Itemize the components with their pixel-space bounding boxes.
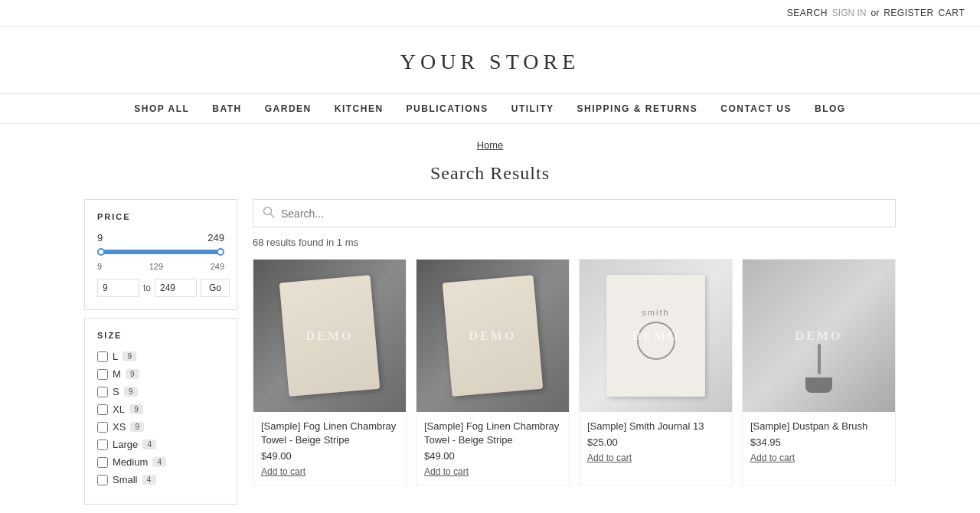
size-filter-item: Medium 4: [97, 456, 224, 468]
add-to-cart-button[interactable]: Add to cart: [587, 453, 632, 463]
product-card[interactable]: DEMO [Sample] Fog Linen Chambray Towel -…: [253, 259, 407, 485]
size-count-badge: 9: [129, 404, 143, 414]
size-filter-item: S 9: [97, 386, 224, 397]
price-slider[interactable]: [97, 250, 224, 254]
or-text: or: [871, 8, 880, 18]
price-slider-handle-right[interactable]: [217, 248, 224, 256]
size-checkbox-xs[interactable]: [97, 422, 108, 433]
size-filter-item: XS 9: [97, 421, 224, 433]
size-label: Medium: [113, 456, 148, 468]
separator1: SIGN IN: [832, 8, 867, 18]
price-to-label: to: [143, 283, 151, 293]
demo-watermark: DEMO: [306, 329, 354, 343]
price-sub-max: 249: [211, 262, 224, 271]
add-to-cart-button[interactable]: Add to cart: [261, 466, 305, 477]
price-slider-handle-left[interactable]: [97, 248, 105, 256]
size-checkbox-medium[interactable]: [97, 457, 108, 468]
size-label: L: [113, 351, 118, 362]
page-title: Search Results: [0, 157, 980, 199]
cart-link[interactable]: CART: [939, 8, 965, 18]
size-count-badge: 9: [130, 422, 144, 432]
product-image: DEMO: [416, 260, 569, 412]
size-checkbox-m[interactable]: [97, 369, 108, 380]
size-filter-item: Small 4: [97, 474, 224, 485]
price-max-input[interactable]: [155, 279, 197, 297]
price-sub-values: 9 129 249: [97, 262, 224, 271]
size-checkbox-xl[interactable]: [97, 404, 108, 415]
product-name: [Sample] Fog Linen Chambray Towel - Beig…: [261, 420, 398, 447]
nav-utility[interactable]: UTILITY: [511, 103, 554, 114]
add-to-cart-button[interactable]: Add to cart: [424, 466, 469, 477]
nav-blog[interactable]: BLOG: [815, 103, 846, 114]
product-image: smith DEMO: [580, 260, 732, 412]
product-card[interactable]: DEMO [Sample] Dustpan & Brush $34.95 Add…: [742, 259, 896, 485]
price-go-button[interactable]: Go: [201, 279, 230, 297]
nav-kitchen[interactable]: KITCHEN: [335, 103, 384, 114]
nav-contact[interactable]: CONTACT US: [720, 103, 792, 114]
product-card[interactable]: DEMO [Sample] Fog Linen Chambray Towel -…: [416, 259, 570, 485]
add-to-cart-button[interactable]: Add to cart: [750, 453, 795, 463]
demo-watermark: DEMO: [632, 329, 680, 343]
products-area: 68 results found in 1 ms DEMO [Sample] F…: [253, 199, 896, 512]
product-name: [Sample] Fog Linen Chambray Towel - Beig…: [424, 420, 561, 447]
store-logo[interactable]: YOUR STORE: [0, 50, 980, 74]
size-count-badge: 4: [142, 439, 156, 449]
size-filters: L 9 M 9 S 9 XL 9 XS 9 Large 4 Medium 4 S…: [97, 351, 224, 485]
price-slider-fill: [100, 250, 221, 254]
price-sub-min: 9: [97, 262, 102, 271]
demo-watermark: DEMO: [795, 329, 843, 343]
main-content: PRICE 9 249 9 129 249 to Go: [69, 199, 911, 513]
size-checkbox-s[interactable]: [97, 387, 108, 397]
price-max-display: 249: [207, 232, 224, 243]
price-sub-mid: 129: [149, 262, 163, 271]
nav-shop-all[interactable]: SHOP ALL: [134, 103, 189, 114]
product-price: $34.95: [750, 436, 887, 448]
price-input-row: to Go: [97, 279, 224, 297]
search-icon: [263, 206, 275, 221]
size-filter-section: SIZE L 9 M 9 S 9 XL 9 XS 9 Large 4 Mediu…: [84, 318, 237, 505]
demo-watermark: DEMO: [469, 329, 517, 343]
breadcrumb-home[interactable]: Home: [477, 139, 504, 151]
size-count-badge: 4: [142, 475, 156, 485]
size-checkbox-l[interactable]: [97, 351, 108, 362]
product-name: [Sample] Dustpan & Brush: [750, 420, 887, 433]
price-min-input[interactable]: [97, 279, 139, 297]
price-filter-section: PRICE 9 249 9 129 249 to Go: [84, 199, 237, 310]
product-info: [Sample] Dustpan & Brush $34.95 Add to c…: [743, 412, 895, 471]
search-bar: [253, 199, 896, 227]
nav-garden[interactable]: GARDEN: [265, 103, 312, 114]
size-checkbox-large[interactable]: [97, 439, 108, 450]
size-filter-item: Large 4: [97, 439, 224, 450]
product-price: $25.00: [587, 436, 724, 448]
product-card[interactable]: smith DEMO [Sample] Smith Journal 13 $25…: [579, 259, 733, 485]
product-info: [Sample] Smith Journal 13 $25.00 Add to …: [580, 412, 732, 471]
size-label: M: [113, 368, 121, 380]
size-label: Small: [113, 474, 138, 485]
price-min-display: 9: [97, 232, 103, 243]
svg-line-1: [271, 214, 274, 217]
register-link[interactable]: REGISTER: [884, 8, 933, 18]
size-label: S: [113, 386, 119, 397]
size-count-badge: 9: [122, 351, 136, 361]
top-bar: SEARCH SIGN IN or REGISTER CART: [0, 0, 980, 27]
logo-section: YOUR STORE: [0, 27, 980, 93]
results-count: 68 results found in 1 ms: [253, 237, 896, 248]
main-nav: SHOP ALL BATH GARDEN KITCHEN PUBLICATION…: [0, 93, 980, 124]
size-checkbox-small[interactable]: [97, 475, 108, 485]
nav-publications[interactable]: PUBLICATIONS: [407, 103, 488, 114]
price-filter-title: PRICE: [97, 212, 224, 221]
product-image: DEMO: [253, 260, 406, 412]
size-count-badge: 9: [124, 387, 138, 397]
search-link[interactable]: SEARCH: [787, 8, 828, 18]
size-filter-item: XL 9: [97, 404, 224, 415]
size-filter-item: M 9: [97, 368, 224, 380]
product-name: [Sample] Smith Journal 13: [587, 420, 724, 433]
size-count-badge: 4: [152, 457, 166, 467]
size-label: XS: [113, 421, 126, 433]
nav-shipping[interactable]: SHIPPING & RETURNS: [577, 103, 698, 114]
product-price: $49.00: [424, 450, 561, 462]
nav-bath[interactable]: BATH: [212, 103, 241, 114]
product-price: $49.00: [261, 450, 398, 462]
search-input[interactable]: [281, 207, 886, 220]
size-filter-item: L 9: [97, 351, 224, 362]
